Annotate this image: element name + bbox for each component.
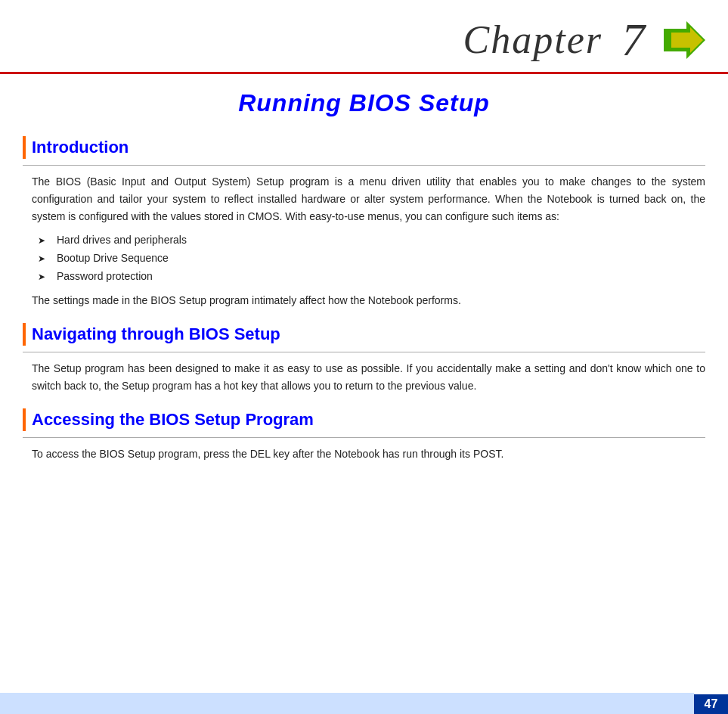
section-heading-accessing: Accessing the BIOS Setup Program: [23, 408, 705, 431]
section-bar-2: [23, 323, 26, 346]
footer: 47: [0, 694, 728, 714]
intro-paragraph: The BIOS (Basic Input and Output System)…: [32, 173, 705, 225]
section-divider-accessing: [23, 437, 705, 438]
chapter-number: 7: [621, 13, 645, 67]
intro-bullet-list: Hard drives and peripherals Bootup Drive…: [57, 231, 705, 285]
section-navigating: Navigating through BIOS Setup The Setup …: [23, 323, 705, 395]
page-title-container: Running BIOS Setup: [0, 74, 728, 136]
navigating-paragraph: The Setup program has been designed to m…: [32, 360, 705, 395]
arrow-icon: [664, 21, 705, 59]
main-content: Introduction The BIOS (Basic Input and O…: [0, 136, 728, 463]
header: Chapter 7: [0, 0, 728, 72]
accessing-paragraph: To access the BIOS Setup program, press …: [32, 445, 705, 463]
chapter-label: Chapter: [463, 17, 603, 62]
section-title-navigating: Navigating through BIOS Setup: [32, 323, 280, 346]
bullet-item-3: Password protection: [57, 268, 705, 286]
section-title-introduction: Introduction: [32, 136, 129, 159]
bottom-blue-bar: [0, 693, 694, 714]
page-container: Chapter 7 Running BIOS Setup Introductio…: [0, 0, 728, 714]
intro-after-bullets: The settings made in the BIOS Setup prog…: [32, 292, 705, 309]
section-introduction: Introduction The BIOS (Basic Input and O…: [23, 136, 705, 309]
section-divider-introduction: [23, 165, 705, 166]
section-bar-3: [23, 408, 26, 431]
bullet-item-1: Hard drives and peripherals: [57, 231, 705, 250]
page-number: 47: [694, 694, 728, 714]
section-heading-introduction: Introduction: [23, 136, 705, 159]
section-accessing: Accessing the BIOS Setup Program To acce…: [23, 408, 705, 463]
section-title-accessing: Accessing the BIOS Setup Program: [32, 408, 314, 431]
section-bar: [23, 136, 26, 159]
page-title: Running BIOS Setup: [238, 89, 490, 116]
section-heading-navigating: Navigating through BIOS Setup: [23, 323, 705, 346]
chapter-title-area: Chapter 7: [463, 13, 705, 67]
section-divider-navigating: [23, 352, 705, 352]
bullet-item-2: Bootup Drive Sequence: [57, 250, 705, 268]
